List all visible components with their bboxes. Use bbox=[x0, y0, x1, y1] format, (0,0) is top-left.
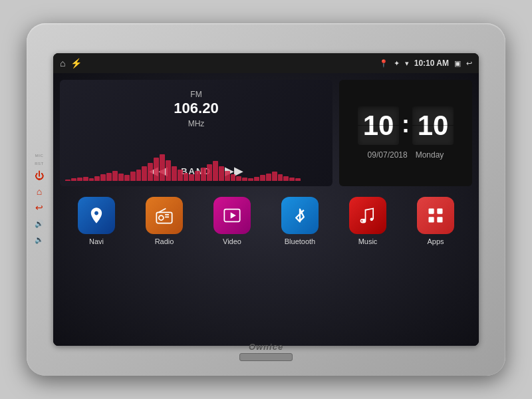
svg-point-7 bbox=[362, 219, 366, 223]
spectrum-bar bbox=[178, 170, 183, 182]
spectrum-bar bbox=[154, 158, 159, 181]
spectrum-bar bbox=[124, 175, 130, 181]
window-icon: ▣ bbox=[454, 59, 461, 68]
home-side-button[interactable]: ⌂ bbox=[33, 186, 45, 198]
radio-unit: MHz bbox=[188, 119, 205, 128]
video-icon bbox=[213, 197, 251, 234]
radio-freq-value: 106.20 bbox=[68, 100, 325, 117]
svg-rect-11 bbox=[437, 217, 442, 222]
spectrum-bar bbox=[260, 175, 265, 181]
spectrum-bar bbox=[77, 178, 82, 181]
usb-icon: ⚡ bbox=[70, 58, 82, 68]
eject-slot bbox=[239, 353, 293, 361]
main-screen: ⌂ ⚡ 📍 ✦ ▾ 10:10 AM ▣ ↩ FM 106.20 bbox=[53, 53, 479, 346]
location-icon: 📍 bbox=[379, 59, 388, 68]
clock-hour: 10 bbox=[358, 106, 399, 145]
spectrum-bar bbox=[289, 178, 295, 181]
mic-label: MIC bbox=[35, 154, 44, 158]
back-side-icon: ↩ bbox=[35, 202, 43, 213]
spectrum-bar bbox=[231, 174, 236, 181]
spectrum-bar bbox=[160, 154, 165, 181]
spectrum-bar bbox=[207, 164, 212, 181]
music-label: Music bbox=[358, 237, 378, 245]
spectrum-bar bbox=[242, 178, 247, 181]
car-unit: MIC RST ⏻ ⌂ ↩ 🔊 🔉 ⌂ ⚡ 📍 ✦ ▾ bbox=[27, 23, 505, 376]
home-status-button[interactable]: ⌂ bbox=[60, 58, 65, 68]
back-side-button[interactable]: ↩ bbox=[33, 201, 45, 213]
clock-minute: 10 bbox=[412, 106, 454, 145]
spectrum-bar bbox=[236, 176, 241, 182]
status-time: 10:10 AM bbox=[414, 59, 449, 68]
bluetooth-icon bbox=[281, 197, 319, 234]
main-content: FM 106.20 MHz ◀◀ BAND ▶▶ 10 : bbox=[53, 73, 479, 346]
svg-point-6 bbox=[370, 218, 374, 221]
clock-day: Monday bbox=[416, 150, 444, 160]
navi-label: Navi bbox=[89, 237, 104, 245]
spectrum-bar bbox=[266, 174, 271, 181]
spectrum-bar bbox=[89, 178, 94, 181]
back-status-icon[interactable]: ↩ bbox=[466, 59, 472, 68]
spectrum-bar bbox=[142, 166, 147, 182]
spectrum-bar bbox=[148, 163, 153, 182]
app-music[interactable]: Music bbox=[341, 197, 394, 245]
status-left: ⌂ ⚡ bbox=[60, 58, 82, 68]
video-label: Video bbox=[223, 237, 241, 245]
svg-rect-8 bbox=[429, 209, 434, 214]
svg-marker-5 bbox=[231, 212, 236, 218]
clock-date: 09/07/2018 bbox=[368, 150, 408, 160]
status-right: 📍 ✦ ▾ 10:10 AM ▣ ↩ bbox=[379, 59, 472, 68]
app-navi[interactable]: Navi bbox=[70, 197, 123, 245]
clock-date-row: 09/07/2018 Monday bbox=[368, 150, 444, 160]
spectrum-bar bbox=[254, 177, 259, 181]
spectrum-bar bbox=[225, 171, 230, 181]
vol-up-button[interactable]: 🔊 bbox=[33, 217, 45, 229]
radio-freq-display: FM 106.20 MHz bbox=[68, 88, 325, 129]
left-button-panel: MIC RST ⏻ ⌂ ↩ 🔊 🔉 bbox=[33, 154, 45, 245]
app-radio[interactable]: Radio bbox=[138, 197, 191, 245]
radio-widget[interactable]: FM 106.20 MHz ◀◀ BAND ▶▶ bbox=[60, 80, 332, 186]
spectrum-bar bbox=[94, 176, 100, 182]
spectrum-bar bbox=[201, 168, 206, 181]
vol-down-button[interactable]: 🔉 bbox=[33, 233, 45, 245]
rst-label: RST bbox=[35, 162, 44, 166]
spectrum-bar bbox=[118, 174, 124, 181]
svg-point-1 bbox=[159, 215, 164, 220]
radio-label: Radio bbox=[155, 237, 174, 245]
spectrum-bar bbox=[184, 173, 189, 182]
spectrum-bar bbox=[295, 178, 301, 181]
spectrum-bar bbox=[136, 170, 142, 182]
apps-icon bbox=[417, 197, 454, 234]
power-icon: ⏻ bbox=[35, 170, 44, 181]
clock-display: 10 : 10 bbox=[358, 106, 454, 145]
wifi-icon: ▾ bbox=[405, 59, 409, 68]
svg-rect-10 bbox=[429, 217, 434, 222]
apps-row: NaviRadioVideoBluetoothMusicApps bbox=[60, 192, 472, 248]
spectrum-bar bbox=[106, 173, 112, 182]
clock-widget: 10 : 10 09/07/2018 Monday bbox=[339, 80, 472, 186]
bluetooth-label: Bluetooth bbox=[285, 237, 315, 245]
top-row: FM 106.20 MHz ◀◀ BAND ▶▶ 10 : bbox=[60, 80, 472, 186]
spectrum-bar bbox=[71, 178, 76, 181]
spectrum-bar bbox=[172, 166, 177, 182]
spectrum-bar bbox=[65, 180, 70, 182]
vol-down-icon: 🔉 bbox=[35, 235, 44, 244]
navi-icon bbox=[78, 197, 115, 234]
app-bluetooth[interactable]: Bluetooth bbox=[273, 197, 327, 245]
spectrum-bar bbox=[83, 177, 88, 181]
spectrum-bar bbox=[166, 160, 171, 181]
music-icon bbox=[349, 197, 386, 234]
spectrum-bar bbox=[283, 176, 289, 182]
vol-up-icon: 🔊 bbox=[35, 219, 44, 228]
radio-band-type: FM bbox=[190, 90, 201, 99]
spectrum-bar bbox=[112, 171, 118, 181]
spectrum-bar bbox=[219, 166, 224, 182]
svg-rect-9 bbox=[437, 209, 442, 214]
app-apps[interactable]: Apps bbox=[409, 197, 462, 245]
spectrum-bar bbox=[278, 174, 283, 181]
status-bar: ⌂ ⚡ 📍 ✦ ▾ 10:10 AM ▣ ↩ bbox=[53, 53, 479, 73]
spectrum-bar bbox=[100, 174, 106, 181]
app-video[interactable]: Video bbox=[205, 197, 259, 245]
spectrum-bar bbox=[272, 172, 277, 181]
power-button[interactable]: ⏻ bbox=[33, 170, 45, 182]
unit-bottom: Ownice bbox=[239, 342, 293, 361]
